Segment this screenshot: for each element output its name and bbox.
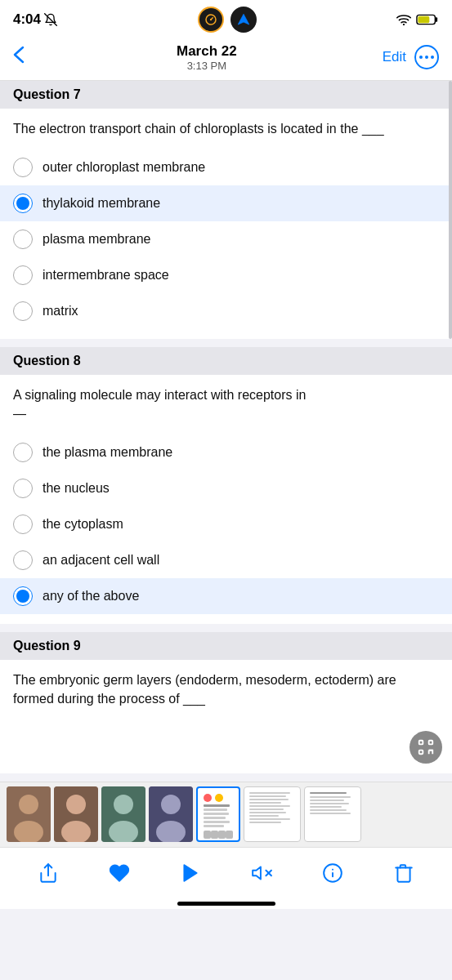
q7-radio-4 xyxy=(13,265,33,285)
q7-label-3: plasma membrane xyxy=(43,232,151,247)
time-display: 4:04 xyxy=(13,11,41,28)
q7-option-5[interactable]: matrix xyxy=(0,293,452,329)
q8-radio-5-inner xyxy=(16,590,29,603)
svg-point-10 xyxy=(431,56,434,59)
q8-label-2: the nucleus xyxy=(43,481,110,496)
q8-label-5: any of the above xyxy=(43,589,139,604)
thumbnail-3[interactable] xyxy=(101,786,145,842)
question-7-wrapper: Question 7 The electron transport chain … xyxy=(0,81,452,339)
back-button[interactable] xyxy=(13,42,31,72)
svg-rect-12 xyxy=(429,741,433,745)
status-bar: 4:04 xyxy=(0,0,452,36)
home-indicator xyxy=(0,895,452,909)
q7-radio-3 xyxy=(13,229,33,249)
more-button[interactable] xyxy=(414,45,439,69)
q8-option-3[interactable]: the cytoplasm xyxy=(0,506,452,542)
wifi-icon xyxy=(396,14,411,25)
q7-label-4: intermembrane space xyxy=(43,268,169,283)
q8-radio-5 xyxy=(13,586,33,606)
q7-option-1[interactable]: outer chloroplast membrane xyxy=(0,149,452,185)
svg-rect-6 xyxy=(435,17,437,22)
q7-radio-2 xyxy=(13,194,33,213)
q7-option-3[interactable]: plasma membrane xyxy=(0,221,452,257)
app-icon-timer xyxy=(198,7,224,33)
app-icons-area xyxy=(198,7,257,33)
play-button[interactable] xyxy=(175,858,206,889)
app-icon-nav xyxy=(230,7,257,33)
q7-label-5: matrix xyxy=(43,304,78,318)
bell-mute-icon xyxy=(44,13,57,26)
scan-button[interactable] xyxy=(409,731,442,764)
q8-label-1: the plasma membrane xyxy=(43,445,172,460)
q7-label-1: outer chloroplast membrane xyxy=(43,160,205,175)
q8-option-4[interactable]: an adjacent cell wall xyxy=(0,542,452,578)
q8-radio-3 xyxy=(13,514,33,534)
q8-option-5[interactable]: any of the above xyxy=(0,578,452,614)
bottom-toolbar xyxy=(0,847,452,895)
nav-bar: March 22 3:13 PM Edit xyxy=(0,36,452,81)
svg-marker-28 xyxy=(253,866,261,879)
question-8-options: the plasma membrane the nucleus the cyto… xyxy=(0,431,452,624)
info-button[interactable] xyxy=(317,858,348,889)
q8-label-4: an adjacent cell wall xyxy=(43,553,159,568)
svg-rect-11 xyxy=(419,741,423,745)
status-time-area: 4:04 xyxy=(13,11,57,28)
svg-point-15 xyxy=(19,795,38,814)
thumbnail-1[interactable] xyxy=(7,786,51,842)
question-7-options: outer chloroplast membrane thylakoid mem… xyxy=(0,146,452,339)
thumbnail-2[interactable] xyxy=(54,786,98,842)
battery-icon xyxy=(416,13,439,26)
thumbnail-doc-2[interactable] xyxy=(244,786,301,842)
q8-label-3: the cytoplasm xyxy=(43,517,123,532)
edit-button[interactable]: Edit xyxy=(383,49,406,65)
question-7-text: The electron transport chain of chloropl… xyxy=(0,109,452,146)
svg-point-18 xyxy=(66,795,86,814)
heart-button[interactable] xyxy=(104,858,135,889)
q7-radio-5 xyxy=(13,301,33,321)
q7-radio-2-inner xyxy=(16,197,29,210)
share-button[interactable] xyxy=(33,858,64,889)
trash-button[interactable] xyxy=(388,858,419,889)
status-right-icons xyxy=(396,13,439,26)
question-7-block: Question 7 The electron transport chain … xyxy=(0,81,452,339)
question-9-block: Question 9 The embryonic germ layers (en… xyxy=(0,632,452,773)
svg-point-8 xyxy=(419,56,423,59)
q8-radio-4 xyxy=(13,550,33,570)
svg-line-0 xyxy=(45,14,57,26)
svg-point-4 xyxy=(403,24,405,25)
question-8-header: Question 8 xyxy=(0,347,452,375)
svg-point-2 xyxy=(209,19,211,20)
mute-button[interactable] xyxy=(246,858,277,889)
question-9-text: The embryonic germ layers (endoderm, mes… xyxy=(0,660,452,716)
nav-title: March 22 3:13 PM xyxy=(177,43,237,72)
main-content: Question 7 The electron transport chain … xyxy=(0,81,452,773)
q7-option-2[interactable]: thylakoid membrane xyxy=(0,185,452,221)
q7-radio-1 xyxy=(13,158,33,177)
svg-marker-3 xyxy=(238,14,249,24)
question-8-block: Question 8 A signaling molecule may inte… xyxy=(0,347,452,624)
svg-point-21 xyxy=(114,795,133,814)
home-bar xyxy=(177,902,275,906)
thumbnail-doc-3[interactable] xyxy=(304,786,361,842)
nav-title-sub: 3:13 PM xyxy=(177,60,237,72)
question-9-header: Question 9 xyxy=(0,632,452,660)
q7-option-4[interactable]: intermembrane space xyxy=(0,257,452,293)
thumbnail-4[interactable] xyxy=(149,786,193,842)
q7-label-2: thylakoid membrane xyxy=(43,196,160,211)
scroll-indicator-q7 xyxy=(449,81,452,339)
question-8-text: A signaling molecule may interact with r… xyxy=(0,375,452,431)
q8-option-2[interactable]: the nucleus xyxy=(0,470,452,506)
svg-marker-27 xyxy=(184,865,196,881)
thumbnail-doc-active[interactable] xyxy=(196,786,240,842)
svg-rect-13 xyxy=(419,751,423,755)
q8-radio-1 xyxy=(13,443,33,462)
q8-radio-2 xyxy=(13,479,33,498)
thumbnail-bar xyxy=(0,782,452,847)
svg-rect-7 xyxy=(418,16,429,23)
q8-option-1[interactable]: the plasma membrane xyxy=(0,434,452,470)
question-7-header: Question 7 xyxy=(0,81,452,109)
nav-title-main: March 22 xyxy=(177,43,237,60)
nav-actions: Edit xyxy=(383,45,439,69)
svg-point-24 xyxy=(161,795,181,814)
svg-point-9 xyxy=(425,56,428,59)
